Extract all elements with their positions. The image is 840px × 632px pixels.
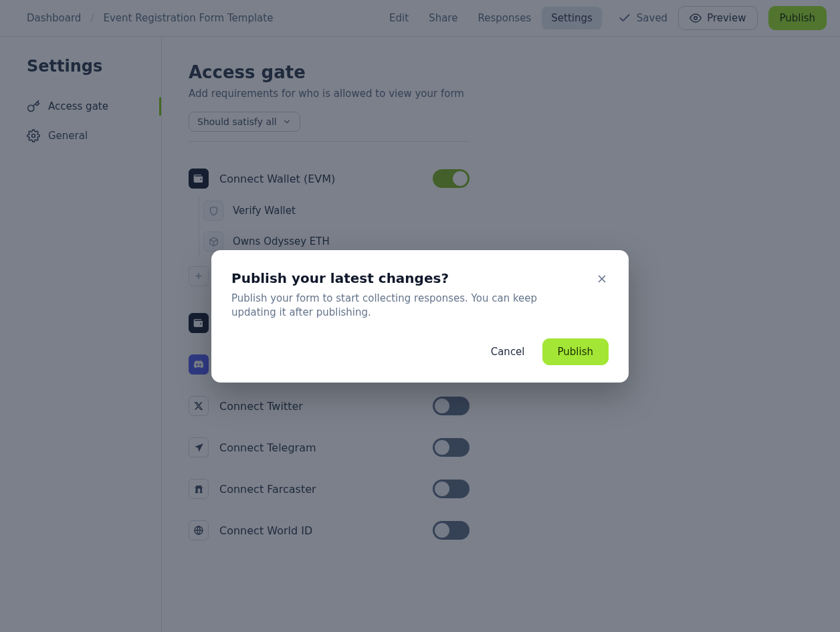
- dialog-title: Publish your latest changes?: [231, 270, 582, 286]
- cancel-button[interactable]: Cancel: [482, 338, 534, 365]
- confirm-publish-button[interactable]: Publish: [542, 338, 609, 365]
- modal-overlay[interactable]: Publish your latest changes? Publish you…: [0, 0, 840, 632]
- dialog-close-button[interactable]: [595, 270, 609, 288]
- close-icon: [596, 273, 608, 285]
- dialog-body: Publish your form to start collecting re…: [231, 292, 582, 320]
- publish-confirm-dialog: Publish your latest changes? Publish you…: [211, 250, 629, 383]
